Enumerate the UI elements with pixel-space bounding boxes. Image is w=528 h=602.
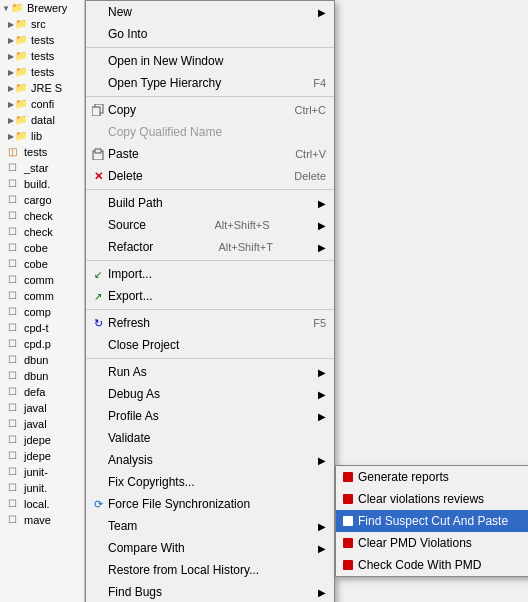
file-icon xyxy=(8,273,22,287)
menu-item-label: Source xyxy=(108,218,146,232)
tree-item-comm1[interactable]: comm xyxy=(0,272,84,288)
menu-item-shortcut: F5 xyxy=(293,317,326,329)
tree-item-label: dbun xyxy=(24,354,48,366)
arrow-icon: ▶ xyxy=(318,543,326,554)
menu-item-find-bugs[interactable]: Find Bugs ▶ xyxy=(86,581,334,602)
menu-item-label: New xyxy=(108,5,132,19)
menu-item-paste[interactable]: Paste Ctrl+V xyxy=(86,143,334,165)
tree-item-brewery[interactable]: ▼ Brewery xyxy=(0,0,84,16)
tree-item-cpdp[interactable]: cpd.p xyxy=(0,336,84,352)
pmd-submenu-item-check-code[interactable]: Check Code With PMD xyxy=(336,554,528,576)
menu-item-shortcut: Delete xyxy=(274,170,326,182)
tree-item-dbun2[interactable]: dbun xyxy=(0,368,84,384)
menu-item-label: Open in New Window xyxy=(108,54,223,68)
tree-item-label: check xyxy=(24,226,53,238)
menu-item-copy-qualified-name[interactable]: Copy Qualified Name xyxy=(86,121,334,143)
tree-item-comm2[interactable]: comm xyxy=(0,288,84,304)
tree-item-tests2[interactable]: ▶ tests xyxy=(0,48,84,64)
tree-item-javal1[interactable]: javal xyxy=(0,400,84,416)
menu-item-open-type-hierarchy[interactable]: Open Type Hierarchy F4 xyxy=(86,72,334,94)
menu-item-analysis[interactable]: Analysis ▶ xyxy=(86,449,334,471)
menu-item-force-file-sync[interactable]: ⟳ Force File Synchronization xyxy=(86,493,334,515)
tree-item-star[interactable]: _star xyxy=(0,160,84,176)
menu-item-label: Close Project xyxy=(108,338,179,352)
tree-item-lib[interactable]: ▶ lib xyxy=(0,128,84,144)
tree-item-junit1[interactable]: junit- xyxy=(0,464,84,480)
tree-item-build[interactable]: build. xyxy=(0,176,84,192)
tree-item-dbun1[interactable]: dbun xyxy=(0,352,84,368)
menu-item-run-as[interactable]: Run As ▶ xyxy=(86,361,334,383)
file-icon xyxy=(8,257,22,271)
tree-item-label: build. xyxy=(24,178,50,190)
menu-item-export[interactable]: ↗ Export... xyxy=(86,285,334,307)
menu-item-delete[interactable]: ✕ Delete Delete xyxy=(86,165,334,187)
menu-item-label: Paste xyxy=(108,147,139,161)
menu-item-shortcut: F4 xyxy=(293,77,326,89)
menu-item-restore-local-history[interactable]: Restore from Local History... xyxy=(86,559,334,581)
tree-item-label: jdepe xyxy=(24,450,51,462)
tree-item-mave[interactable]: mave xyxy=(0,512,84,528)
menu-item-open-new-window[interactable]: Open in New Window xyxy=(86,50,334,72)
menu-item-refresh[interactable]: ↻ Refresh F5 xyxy=(86,312,334,334)
tree-item-defa[interactable]: defa xyxy=(0,384,84,400)
tree-item-label: src xyxy=(31,18,46,30)
tree-item-cobe2[interactable]: cobe xyxy=(0,256,84,272)
menu-item-label: Refresh xyxy=(108,316,150,330)
menu-item-go-into[interactable]: Go Into xyxy=(86,23,334,45)
menu-item-label: Compare With xyxy=(108,541,185,555)
pmd-bullet-icon xyxy=(340,557,356,573)
tree-item-src[interactable]: ▶ src xyxy=(0,16,84,32)
tree-item-label: javal xyxy=(24,418,47,430)
menu-item-team[interactable]: Team ▶ xyxy=(86,515,334,537)
menu-item-close-project[interactable]: Close Project xyxy=(86,334,334,356)
pmd-bullet-icon xyxy=(340,513,356,529)
submenu-item-label: Check Code With PMD xyxy=(358,558,481,572)
menu-item-refactor[interactable]: Refactor Alt+Shift+T ▶ xyxy=(86,236,334,258)
tree-item-label: junit- xyxy=(24,466,48,478)
pmd-submenu: Generate reports Clear violations review… xyxy=(335,465,528,577)
menu-item-validate[interactable]: Validate xyxy=(86,427,334,449)
tree-item-check2[interactable]: check xyxy=(0,224,84,240)
tree-item-tests1[interactable]: ▶ tests xyxy=(0,32,84,48)
arrow-icon: ▶ xyxy=(318,411,326,422)
pmd-submenu-item-generate-reports[interactable]: Generate reports xyxy=(336,466,528,488)
menu-item-shortcut: Alt+Shift+S xyxy=(194,219,269,231)
menu-item-copy[interactable]: Copy Ctrl+C xyxy=(86,99,334,121)
tree-item-label: cobe xyxy=(24,242,48,254)
tree-item-tests3[interactable]: ▶ tests xyxy=(0,64,84,80)
tree-item-label: local. xyxy=(24,498,50,510)
pmd-submenu-item-clear-pmd-violations[interactable]: Clear PMD Violations xyxy=(336,532,528,554)
menu-item-label: Restore from Local History... xyxy=(108,563,259,577)
tree-item-label: tests xyxy=(31,50,54,62)
menu-item-import[interactable]: ↙ Import... xyxy=(86,263,334,285)
tree-item-javal2[interactable]: javal xyxy=(0,416,84,432)
tree-item-jre[interactable]: ▶ JRE S xyxy=(0,80,84,96)
pmd-submenu-item-clear-violations[interactable]: Clear violations reviews xyxy=(336,488,528,510)
tree-item-check1[interactable]: check xyxy=(0,208,84,224)
tree-item-cobe1[interactable]: cobe xyxy=(0,240,84,256)
menu-item-label: Analysis xyxy=(108,453,153,467)
pmd-submenu-item-find-suspect[interactable]: Find Suspect Cut And Paste xyxy=(336,510,528,532)
tree-item-label: JRE S xyxy=(31,82,62,94)
menu-item-compare-with[interactable]: Compare With ▶ xyxy=(86,537,334,559)
tree-item-jdepe2[interactable]: jdepe xyxy=(0,448,84,464)
pmd-bullet-icon xyxy=(340,535,356,551)
tree-item-jdepe1[interactable]: jdepe xyxy=(0,432,84,448)
menu-item-new[interactable]: New ▶ xyxy=(86,1,334,23)
file-icon xyxy=(8,209,22,223)
tree-item-junit2[interactable]: junit. xyxy=(0,480,84,496)
menu-item-debug-as[interactable]: Debug As ▶ xyxy=(86,383,334,405)
tree-item-tests4[interactable]: tests xyxy=(0,144,84,160)
tree-item-local[interactable]: local. xyxy=(0,496,84,512)
tree-item-cargo[interactable]: cargo xyxy=(0,192,84,208)
menu-item-profile-as[interactable]: Profile As ▶ xyxy=(86,405,334,427)
tree-item-confi[interactable]: ▶ confi xyxy=(0,96,84,112)
menu-item-build-path[interactable]: Build Path ▶ xyxy=(86,192,334,214)
tree-item-datal[interactable]: ▶ datal xyxy=(0,112,84,128)
menu-item-source[interactable]: Source Alt+Shift+S ▶ xyxy=(86,214,334,236)
tree-item-label: Brewery xyxy=(27,2,67,14)
tree-item-comp[interactable]: comp xyxy=(0,304,84,320)
menu-item-fix-copyrights[interactable]: Fix Copyrights... xyxy=(86,471,334,493)
arrow-icon: ▶ xyxy=(318,7,326,18)
tree-item-cpdt[interactable]: cpd-t xyxy=(0,320,84,336)
